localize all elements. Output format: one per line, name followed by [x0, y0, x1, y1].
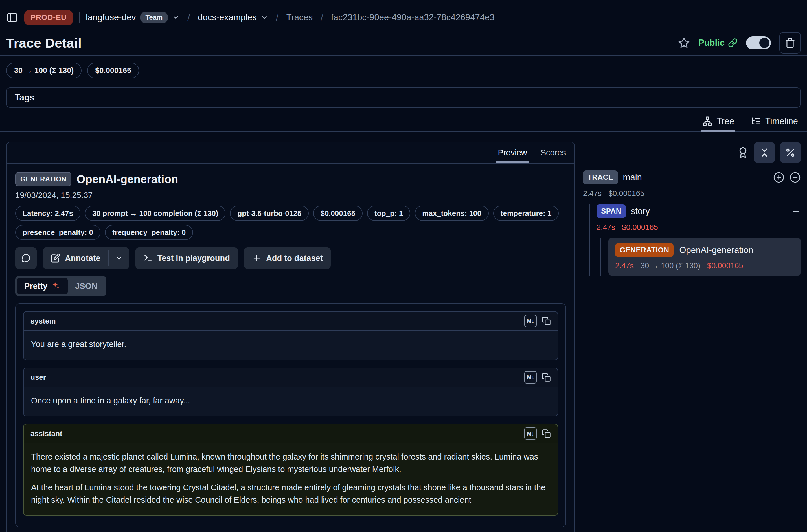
- copy-button[interactable]: [542, 317, 551, 325]
- collapse-all-circle-button[interactable]: [789, 172, 801, 183]
- token-usage-pill[interactable]: 30 → 100 (Σ 130): [6, 63, 81, 78]
- delete-trace-button[interactable]: [780, 32, 801, 54]
- project-name: docs-examples: [198, 13, 257, 23]
- edit-icon: [51, 253, 60, 263]
- copy-icon: [542, 317, 551, 325]
- header-actions: Public: [678, 32, 801, 54]
- comment-button[interactable]: [15, 247, 37, 269]
- trace-metrics-row: 30 → 100 (Σ 130) $0.000165: [6, 63, 801, 78]
- collapse-node-button[interactable]: [791, 207, 801, 216]
- chevron-down-icon[interactable]: [172, 14, 180, 21]
- annotation-queue-button[interactable]: [737, 147, 749, 158]
- content-area: Preview Scores GENERATION OpenAI-generat…: [6, 141, 801, 532]
- copy-button[interactable]: [542, 429, 551, 438]
- cost-pill[interactable]: $0.000165: [87, 63, 139, 78]
- generation-metrics: 2.47s 30 → 100 (Σ 130) $0.000165: [615, 262, 794, 270]
- message-content: Once upon a time in a galaxy far, far aw…: [24, 387, 558, 416]
- model-pill[interactable]: gpt-3.5-turbo-0125: [230, 206, 309, 221]
- generation-cost: $0.000165: [707, 262, 743, 270]
- token-pill: 30 prompt → 100 completion (Σ 130): [85, 206, 225, 221]
- breadcrumb-separator: /: [187, 13, 190, 23]
- tree-icon: [702, 116, 712, 126]
- message-paragraph: At the heart of Lumina stood the towerin…: [31, 481, 550, 506]
- link-icon: [728, 38, 737, 48]
- span-latency: 2.47s: [597, 223, 615, 232]
- add-to-dataset-button[interactable]: Add to dataset: [244, 247, 331, 269]
- annotate-button[interactable]: Annotate: [43, 247, 108, 269]
- breadcrumb-separator: /: [321, 13, 323, 23]
- page-header: Trace Detail Public: [6, 31, 801, 55]
- tab-timeline[interactable]: Timeline: [750, 113, 799, 131]
- bookmark-star-button[interactable]: [678, 37, 690, 49]
- public-label: Public: [698, 38, 725, 48]
- pretty-toggle[interactable]: Pretty: [17, 278, 68, 294]
- breadcrumb-org[interactable]: langfuse-dev Team: [86, 12, 180, 23]
- breadcrumb-traces-link[interactable]: Traces: [286, 13, 313, 23]
- pretty-label: Pretty: [24, 282, 48, 291]
- span-name: story: [631, 206, 650, 216]
- tree-node-trace[interactable]: TRACE main: [583, 170, 801, 184]
- environment-badge[interactable]: PROD-EU: [24, 10, 73, 25]
- collapse-all-button[interactable]: [754, 142, 775, 163]
- observation-name: OpenAI-generation: [76, 173, 178, 186]
- public-toggle[interactable]: [746, 36, 771, 49]
- tree-node-span[interactable]: SPAN story: [597, 204, 801, 218]
- generation-tokens: 30 → 100 (Σ 130): [640, 262, 700, 270]
- test-in-playground-label: Test in playground: [157, 253, 230, 263]
- span-node-label: SPAN story: [597, 204, 650, 218]
- json-toggle[interactable]: JSON: [68, 278, 105, 294]
- tags-box[interactable]: Tags: [6, 88, 801, 108]
- trace-node-label: TRACE main: [583, 170, 773, 184]
- timeline-icon: [751, 116, 761, 126]
- tab-timeline-label: Timeline: [765, 116, 798, 126]
- message-tools: M↓: [524, 428, 551, 440]
- message-user: user M↓ Once upon a time in a galaxy far…: [23, 367, 558, 417]
- markdown-toggle-button[interactable]: M↓: [524, 371, 537, 384]
- add-to-dataset-label: Add to dataset: [266, 253, 323, 263]
- header-divider: [0, 55, 807, 56]
- panel-left-icon: [6, 12, 18, 23]
- tree-node-generation-selected[interactable]: GENERATION OpenAI-generation 2.47s 30 → …: [608, 238, 801, 276]
- expand-all-button[interactable]: [773, 172, 784, 183]
- trace-name: main: [623, 172, 642, 183]
- tabs-divider: [0, 131, 807, 132]
- trace-latency: 2.47s: [583, 189, 602, 198]
- trace-metrics: 2.47s $0.000165: [583, 189, 801, 198]
- tab-tree[interactable]: Tree: [701, 113, 735, 131]
- markdown-toggle-button[interactable]: M↓: [524, 428, 537, 440]
- generation-name: OpenAI-generation: [679, 245, 753, 255]
- breadcrumb-project[interactable]: docs-examples: [198, 13, 268, 23]
- divider: [79, 12, 79, 23]
- trace-children: SPAN story 2.47s $0.000165 GENERATION O: [589, 204, 801, 276]
- observation-badges-row1: Latency: 2.47s 30 prompt → 100 completio…: [15, 206, 566, 221]
- message-assistant: assistant M↓ There existed a majestic pl…: [23, 424, 558, 516]
- span-children: GENERATION OpenAI-generation 2.47s 30 → …: [600, 238, 801, 276]
- trace-cost: $0.000165: [608, 189, 644, 198]
- copy-icon: [542, 429, 551, 438]
- markdown-toggle-button[interactable]: M↓: [524, 315, 537, 327]
- copy-button[interactable]: [542, 373, 551, 382]
- toggle-knob: [759, 38, 769, 48]
- sidebar-toggle-button[interactable]: [6, 12, 18, 23]
- toggle-metrics-button[interactable]: [780, 142, 801, 163]
- message-header: user M↓: [24, 368, 558, 387]
- public-link[interactable]: Public: [698, 38, 737, 48]
- tab-scores[interactable]: Scores: [541, 142, 566, 163]
- collapse-vertical-icon: [759, 147, 770, 158]
- span-type-badge: SPAN: [597, 204, 626, 218]
- annotate-dropdown-button[interactable]: [109, 247, 129, 269]
- terminal-icon: [143, 253, 153, 263]
- presence-penalty-pill: presence_penalty: 0: [15, 225, 100, 240]
- copy-icon: [542, 373, 551, 382]
- chevron-down-icon[interactable]: [261, 14, 268, 21]
- trash-icon: [785, 38, 795, 48]
- generation-type-badge: GENERATION: [615, 243, 674, 257]
- panel-tabs: Preview Scores: [7, 142, 575, 164]
- tab-preview[interactable]: Preview: [498, 142, 527, 163]
- star-icon: [678, 37, 690, 49]
- plus-icon: [252, 253, 262, 263]
- org-plan-badge: Team: [140, 12, 168, 23]
- minus-icon: [791, 207, 801, 216]
- message-paragraph: Once upon a time in a galaxy far, far aw…: [31, 395, 550, 407]
- test-in-playground-button[interactable]: Test in playground: [135, 247, 238, 269]
